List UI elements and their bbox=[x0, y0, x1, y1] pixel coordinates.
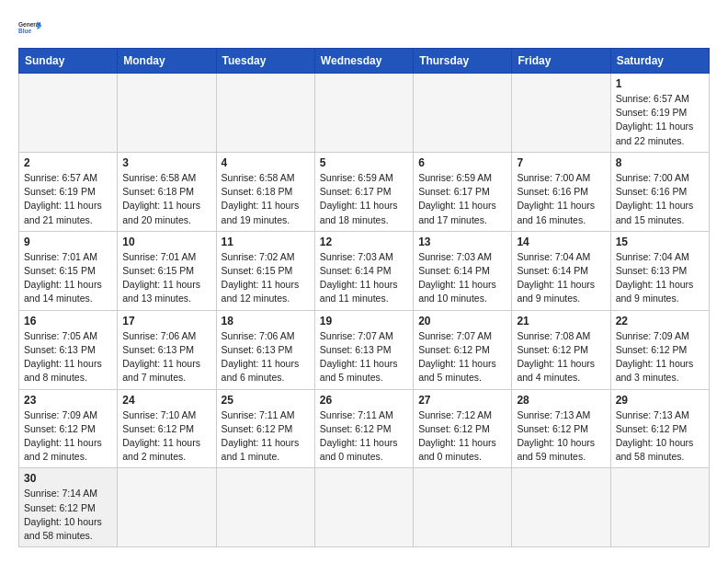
header: GeneralBlue bbox=[18, 15, 710, 40]
day-number: 21 bbox=[517, 315, 605, 327]
calendar-cell: 3Sunrise: 6:58 AM Sunset: 6:18 PM Daylig… bbox=[118, 152, 216, 231]
calendar-cell: 11Sunrise: 7:02 AM Sunset: 6:15 PM Dayli… bbox=[216, 231, 314, 310]
day-number: 25 bbox=[222, 394, 310, 407]
day-info: Sunrise: 7:03 AM Sunset: 6:14 PM Dayligh… bbox=[418, 250, 506, 306]
calendar-cell bbox=[414, 468, 512, 547]
calendar-cell: 12Sunrise: 7:03 AM Sunset: 6:14 PM Dayli… bbox=[314, 231, 413, 310]
day-info: Sunrise: 7:06 AM Sunset: 6:13 PM Dayligh… bbox=[122, 329, 210, 385]
calendar-cell: 4Sunrise: 6:58 AM Sunset: 6:18 PM Daylig… bbox=[216, 152, 314, 231]
calendar-cell: 5Sunrise: 6:59 AM Sunset: 6:17 PM Daylig… bbox=[314, 152, 413, 231]
calendar-cell: 25Sunrise: 7:11 AM Sunset: 6:12 PM Dayli… bbox=[216, 389, 314, 468]
calendar-week-row: 2Sunrise: 6:57 AM Sunset: 6:19 PM Daylig… bbox=[19, 152, 710, 231]
day-info: Sunrise: 6:58 AM Sunset: 6:18 PM Dayligh… bbox=[222, 171, 310, 227]
day-info: Sunrise: 7:03 AM Sunset: 6:14 PM Dayligh… bbox=[320, 250, 408, 306]
day-number: 2 bbox=[24, 156, 112, 169]
calendar-cell bbox=[19, 74, 118, 153]
calendar-cell: 19Sunrise: 7:07 AM Sunset: 6:13 PM Dayli… bbox=[314, 310, 413, 389]
day-number: 30 bbox=[24, 472, 112, 485]
calendar-cell: 10Sunrise: 7:01 AM Sunset: 6:15 PM Dayli… bbox=[118, 231, 216, 310]
day-number: 7 bbox=[517, 156, 605, 169]
weekday-header-friday: Friday bbox=[512, 49, 610, 74]
weekday-header-thursday: Thursday bbox=[414, 49, 512, 74]
day-info: Sunrise: 7:06 AM Sunset: 6:13 PM Dayligh… bbox=[222, 329, 310, 385]
day-number: 10 bbox=[122, 236, 210, 248]
day-number: 11 bbox=[222, 236, 310, 248]
day-number: 4 bbox=[222, 156, 310, 169]
day-number: 29 bbox=[616, 394, 704, 407]
logo-icon: GeneralBlue bbox=[18, 15, 44, 40]
day-info: Sunrise: 7:11 AM Sunset: 6:12 PM Dayligh… bbox=[320, 408, 408, 465]
calendar-cell: 1Sunrise: 6:57 AM Sunset: 6:19 PM Daylig… bbox=[610, 74, 709, 153]
calendar-cell: 27Sunrise: 7:12 AM Sunset: 6:12 PM Dayli… bbox=[414, 389, 512, 468]
day-number: 12 bbox=[320, 236, 408, 248]
day-info: Sunrise: 7:02 AM Sunset: 6:15 PM Dayligh… bbox=[222, 250, 310, 306]
calendar-cell bbox=[216, 468, 314, 547]
day-number: 19 bbox=[320, 315, 408, 327]
calendar-cell bbox=[610, 468, 709, 547]
day-number: 5 bbox=[320, 156, 408, 169]
calendar-cell: 21Sunrise: 7:08 AM Sunset: 6:12 PM Dayli… bbox=[512, 310, 610, 389]
day-info: Sunrise: 6:58 AM Sunset: 6:18 PM Dayligh… bbox=[122, 171, 210, 227]
day-info: Sunrise: 7:07 AM Sunset: 6:12 PM Dayligh… bbox=[418, 329, 506, 385]
weekday-header-sunday: Sunday bbox=[19, 49, 118, 74]
day-info: Sunrise: 7:04 AM Sunset: 6:14 PM Dayligh… bbox=[517, 250, 605, 306]
weekday-header-tuesday: Tuesday bbox=[216, 49, 314, 74]
calendar-cell: 15Sunrise: 7:04 AM Sunset: 6:13 PM Dayli… bbox=[610, 231, 709, 310]
weekday-header-wednesday: Wednesday bbox=[314, 49, 413, 74]
day-info: Sunrise: 7:01 AM Sunset: 6:15 PM Dayligh… bbox=[122, 250, 210, 306]
day-number: 6 bbox=[418, 156, 506, 169]
svg-text:Blue: Blue bbox=[18, 28, 31, 34]
day-info: Sunrise: 7:10 AM Sunset: 6:12 PM Dayligh… bbox=[122, 408, 210, 465]
day-number: 23 bbox=[24, 394, 112, 407]
calendar-cell: 28Sunrise: 7:13 AM Sunset: 6:12 PM Dayli… bbox=[512, 389, 610, 468]
day-info: Sunrise: 7:00 AM Sunset: 6:16 PM Dayligh… bbox=[616, 171, 704, 227]
logo: GeneralBlue bbox=[18, 15, 44, 40]
calendar-table: SundayMondayTuesdayWednesdayThursdayFrid… bbox=[18, 48, 710, 547]
calendar-cell: 2Sunrise: 6:57 AM Sunset: 6:19 PM Daylig… bbox=[19, 152, 118, 231]
day-number: 26 bbox=[320, 394, 408, 407]
day-info: Sunrise: 7:11 AM Sunset: 6:12 PM Dayligh… bbox=[222, 408, 310, 465]
day-number: 28 bbox=[517, 394, 605, 407]
calendar-week-row: 30Sunrise: 7:14 AM Sunset: 6:12 PM Dayli… bbox=[19, 468, 710, 547]
calendar-cell bbox=[216, 74, 314, 153]
calendar-cell: 6Sunrise: 6:59 AM Sunset: 6:17 PM Daylig… bbox=[414, 152, 512, 231]
day-info: Sunrise: 7:04 AM Sunset: 6:13 PM Dayligh… bbox=[616, 250, 704, 306]
calendar-cell: 22Sunrise: 7:09 AM Sunset: 6:12 PM Dayli… bbox=[610, 310, 709, 389]
calendar-cell: 16Sunrise: 7:05 AM Sunset: 6:13 PM Dayli… bbox=[19, 310, 118, 389]
day-info: Sunrise: 6:59 AM Sunset: 6:17 PM Dayligh… bbox=[418, 171, 506, 227]
calendar-cell bbox=[118, 468, 216, 547]
calendar-cell bbox=[414, 74, 512, 153]
day-number: 1 bbox=[616, 77, 704, 90]
day-info: Sunrise: 7:14 AM Sunset: 6:12 PM Dayligh… bbox=[24, 487, 112, 543]
calendar-cell: 17Sunrise: 7:06 AM Sunset: 6:13 PM Dayli… bbox=[118, 310, 216, 389]
day-number: 3 bbox=[122, 156, 210, 169]
calendar-header-row: SundayMondayTuesdayWednesdayThursdayFrid… bbox=[19, 49, 710, 74]
calendar-cell: 23Sunrise: 7:09 AM Sunset: 6:12 PM Dayli… bbox=[19, 389, 118, 468]
calendar-cell: 9Sunrise: 7:01 AM Sunset: 6:15 PM Daylig… bbox=[19, 231, 118, 310]
day-number: 20 bbox=[418, 315, 506, 327]
day-info: Sunrise: 6:57 AM Sunset: 6:19 PM Dayligh… bbox=[616, 92, 704, 148]
calendar-cell bbox=[512, 468, 610, 547]
day-info: Sunrise: 6:57 AM Sunset: 6:19 PM Dayligh… bbox=[24, 171, 112, 227]
day-number: 16 bbox=[24, 315, 112, 327]
day-number: 17 bbox=[122, 315, 210, 327]
calendar-cell bbox=[314, 468, 413, 547]
calendar-cell: 14Sunrise: 7:04 AM Sunset: 6:14 PM Dayli… bbox=[512, 231, 610, 310]
day-info: Sunrise: 7:09 AM Sunset: 6:12 PM Dayligh… bbox=[24, 408, 112, 465]
day-number: 14 bbox=[517, 236, 605, 248]
day-info: Sunrise: 7:07 AM Sunset: 6:13 PM Dayligh… bbox=[320, 329, 408, 385]
calendar-week-row: 9Sunrise: 7:01 AM Sunset: 6:15 PM Daylig… bbox=[19, 231, 710, 310]
calendar-week-row: 23Sunrise: 7:09 AM Sunset: 6:12 PM Dayli… bbox=[19, 389, 710, 468]
day-number: 15 bbox=[616, 236, 704, 248]
calendar-cell: 24Sunrise: 7:10 AM Sunset: 6:12 PM Dayli… bbox=[118, 389, 216, 468]
day-info: Sunrise: 7:13 AM Sunset: 6:12 PM Dayligh… bbox=[517, 408, 605, 465]
calendar-week-row: 16Sunrise: 7:05 AM Sunset: 6:13 PM Dayli… bbox=[19, 310, 710, 389]
calendar-cell: 26Sunrise: 7:11 AM Sunset: 6:12 PM Dayli… bbox=[314, 389, 413, 468]
day-info: Sunrise: 7:09 AM Sunset: 6:12 PM Dayligh… bbox=[616, 329, 704, 385]
day-info: Sunrise: 7:05 AM Sunset: 6:13 PM Dayligh… bbox=[24, 329, 112, 385]
day-info: Sunrise: 7:00 AM Sunset: 6:16 PM Dayligh… bbox=[517, 171, 605, 227]
day-number: 24 bbox=[122, 394, 210, 407]
calendar-cell: 20Sunrise: 7:07 AM Sunset: 6:12 PM Dayli… bbox=[414, 310, 512, 389]
day-info: Sunrise: 7:13 AM Sunset: 6:12 PM Dayligh… bbox=[616, 408, 704, 465]
weekday-header-monday: Monday bbox=[118, 49, 216, 74]
